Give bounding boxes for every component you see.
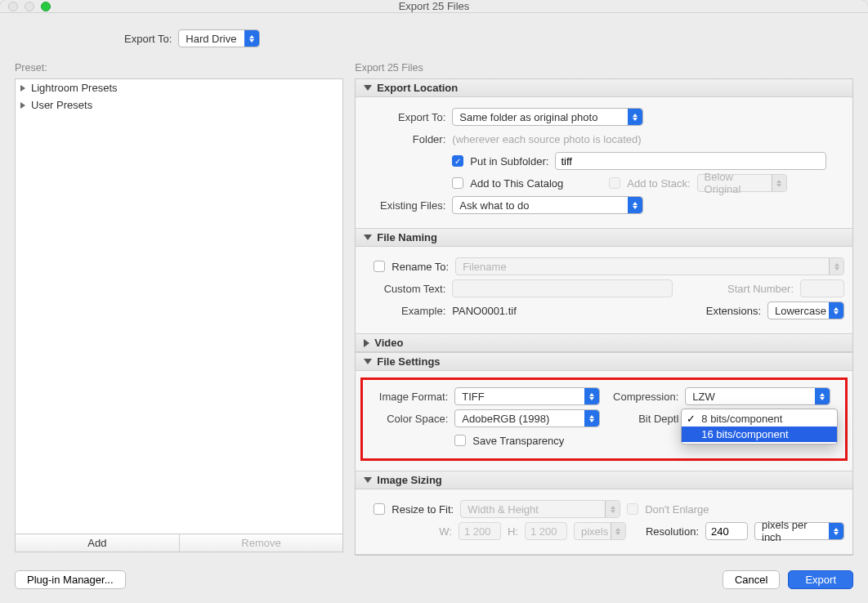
panel-video-header[interactable]: Video xyxy=(356,333,852,352)
chevron-down-icon xyxy=(364,234,372,240)
preset-heading: Preset: xyxy=(15,62,343,78)
minimize-window-button[interactable] xyxy=(25,2,34,11)
bit-depth-option-16[interactable]: 16 bits/component xyxy=(682,427,837,442)
add-preset-button[interactable]: Add xyxy=(16,534,180,552)
example-label: Example: xyxy=(364,305,445,317)
preset-folder-lightroom[interactable]: Lightroom Presets xyxy=(16,79,342,96)
resize-to-fit-label: Resize to Fit: xyxy=(391,503,454,516)
add-to-catalog-checkbox[interactable] xyxy=(452,177,463,189)
size-units-select: pixels xyxy=(574,522,626,540)
height-input xyxy=(525,522,567,540)
custom-text-label: Custom Text: xyxy=(364,283,445,295)
export-button[interactable]: Export xyxy=(788,570,853,589)
location-export-to-select[interactable]: Same folder as original photo xyxy=(452,108,643,126)
compression-label: Compression: xyxy=(606,391,678,403)
height-label: H: xyxy=(508,525,518,538)
extensions-label: Extensions: xyxy=(706,305,761,317)
top-export-row: Export To: Hard Drive xyxy=(0,13,868,62)
panel-image-sizing-header[interactable]: Image Sizing xyxy=(356,471,852,489)
preset-list[interactable]: Lightroom Presets User Presets xyxy=(15,78,343,534)
export-to-value: Hard Drive xyxy=(186,33,236,45)
color-space-select[interactable]: AdobeRGB (1998) xyxy=(454,409,600,427)
subfolder-input[interactable] xyxy=(555,152,826,170)
disclosure-icon xyxy=(20,102,25,109)
dont-enlarge-label: Don't Enlarge xyxy=(645,503,709,516)
resolution-input[interactable] xyxy=(705,522,748,540)
extensions-select[interactable]: Lowercase xyxy=(767,302,844,319)
start-number-label: Start Number: xyxy=(727,283,794,295)
bit-depth-option-8[interactable]: ✓8 bits/component xyxy=(682,411,837,427)
settings-scroll: Export Location Export To: Same folder a… xyxy=(355,78,853,556)
folder-value: (wherever each source photo is located) xyxy=(452,133,641,145)
export-to-select[interactable]: Hard Drive xyxy=(178,29,260,47)
bit-depth-label: Bit Deptl xyxy=(606,413,678,425)
rename-to-checkbox[interactable] xyxy=(374,261,385,272)
chevron-down-icon xyxy=(364,477,372,483)
existing-files-select[interactable]: Ask what to do xyxy=(452,196,643,214)
add-to-catalog-label: Add to This Catalog xyxy=(470,177,563,190)
width-input xyxy=(459,522,501,540)
resolution-units-select[interactable]: pixels per inch xyxy=(754,522,844,540)
save-transparency-checkbox[interactable] xyxy=(454,435,466,446)
titlebar: Export 25 Files xyxy=(0,0,868,13)
resolution-label: Resolution: xyxy=(646,525,699,538)
plugin-manager-button[interactable]: Plug-in Manager... xyxy=(15,570,126,589)
chevron-right-icon xyxy=(364,339,369,347)
panel-file-settings-body: Image Format: TIFF Compression: LZW Colo… xyxy=(356,371,852,471)
save-transparency-label: Save Transparency xyxy=(472,435,564,447)
panel-image-sizing-body: Resize to Fit: Width & Height Don't Enla… xyxy=(356,489,852,554)
zoom-window-button[interactable] xyxy=(41,2,51,11)
width-label: W: xyxy=(439,525,452,538)
right-heading: Export 25 Files xyxy=(355,62,853,78)
export-dialog: Export 25 Files Export To: Hard Drive Pr… xyxy=(0,0,868,603)
preset-button-row: Add Remove xyxy=(15,534,343,552)
remove-preset-button: Remove xyxy=(180,534,343,552)
bit-depth-menu[interactable]: ✓8 bits/component 16 bits/component xyxy=(681,409,838,444)
image-format-label: Image Format: xyxy=(366,391,448,403)
footer: Plug-in Manager... Cancel Export xyxy=(0,556,868,603)
panel-file-naming-header[interactable]: File Naming xyxy=(356,228,852,247)
window-title: Export 25 Files xyxy=(399,0,470,12)
panel-file-settings-header[interactable]: File Settings xyxy=(356,352,852,371)
custom-text-input xyxy=(452,279,673,297)
compression-select[interactable]: LZW xyxy=(685,387,830,405)
image-format-select[interactable]: TIFF xyxy=(454,387,600,405)
preset-folder-user[interactable]: User Presets xyxy=(16,96,342,114)
color-space-label: Color Space: xyxy=(366,413,448,425)
start-number-input xyxy=(800,279,844,297)
resize-to-fit-checkbox[interactable] xyxy=(374,503,385,515)
put-in-subfolder-label: Put in Subfolder: xyxy=(470,155,548,168)
resize-mode-select: Width & Height xyxy=(460,500,620,518)
disclosure-icon xyxy=(20,85,25,92)
location-export-to-label: Export To: xyxy=(364,111,445,123)
rename-to-label: Rename To: xyxy=(391,261,449,273)
close-window-button[interactable] xyxy=(8,2,18,11)
traffic-lights xyxy=(8,2,51,11)
highlight-box: Image Format: TIFF Compression: LZW Colo… xyxy=(360,377,848,461)
stack-position-select: Below Original xyxy=(697,174,787,192)
dont-enlarge-checkbox xyxy=(627,503,638,515)
folder-label: Folder: xyxy=(364,133,445,145)
chevron-down-icon xyxy=(364,359,372,364)
export-to-label: Export To: xyxy=(124,33,172,45)
cancel-button[interactable]: Cancel xyxy=(723,570,780,589)
example-value: PANO0001.tif xyxy=(452,305,517,317)
existing-files-label: Existing Files: xyxy=(364,199,445,212)
panel-export-location-header[interactable]: Export Location xyxy=(356,79,852,97)
chevron-down-icon xyxy=(364,85,372,91)
panel-file-naming-body: Rename To: Filename Custom Text: Start N… xyxy=(356,247,852,333)
add-to-stack-checkbox xyxy=(609,177,620,189)
rename-template-select: Filename xyxy=(455,257,844,275)
put-in-subfolder-checkbox[interactable]: ✓ xyxy=(452,155,463,167)
bit-depth-select[interactable]: 8 bits/component ✓8 bits/component 16 bi… xyxy=(685,409,830,427)
panel-export-location-body: Export To: Same folder as original photo… xyxy=(356,97,852,228)
add-to-stack-label: Add to Stack: xyxy=(627,177,690,190)
